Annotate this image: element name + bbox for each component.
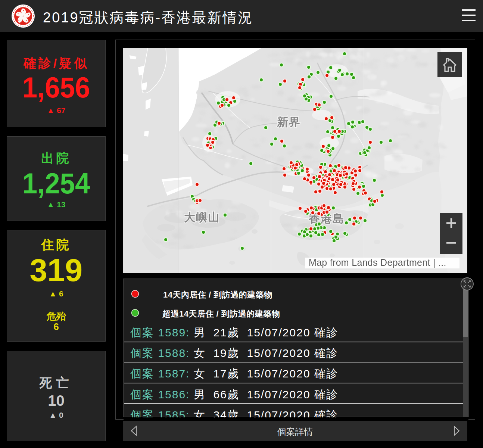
svg-text:大嶼山: 大嶼山: [184, 211, 220, 223]
svg-text:Map from Lands Department | ..: Map from Lands Department | ...: [309, 257, 446, 268]
svg-text:新界: 新界: [277, 116, 301, 128]
